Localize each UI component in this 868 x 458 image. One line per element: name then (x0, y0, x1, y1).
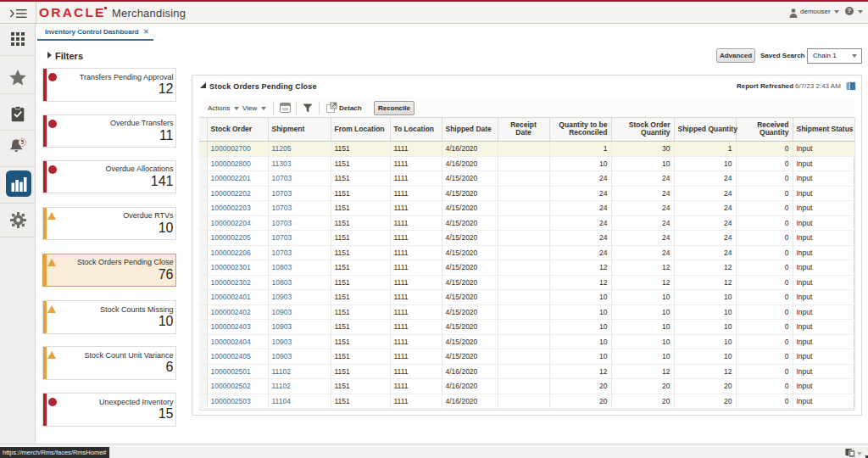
svg-text:5: 5 (20, 139, 24, 145)
